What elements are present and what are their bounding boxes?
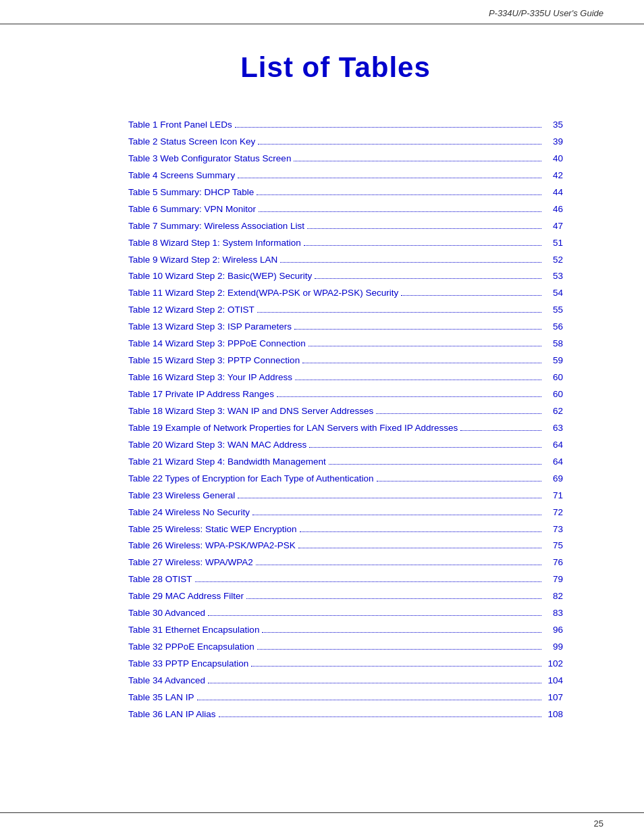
toc-dots xyxy=(302,363,541,363)
toc-item[interactable]: Table 30 Advanced83 xyxy=(128,606,563,621)
toc-item[interactable]: Table 32 PPPoE Encapsulation99 xyxy=(128,640,563,655)
toc-item[interactable]: Table 19 Example of Network Properties f… xyxy=(128,421,563,436)
toc-label[interactable]: Table 36 LAN IP Alias xyxy=(128,707,216,723)
toc-dots xyxy=(257,194,541,195)
toc-page: 55 xyxy=(544,303,563,318)
toc-item[interactable]: Table 20 Wizard Step 3: WAN MAC Address6… xyxy=(128,438,563,453)
toc-label[interactable]: Table 17 Private IP Address Ranges xyxy=(128,387,274,402)
toc-dots xyxy=(238,498,541,498)
toc-item[interactable]: Table 4 Screens Summary42 xyxy=(128,168,563,184)
toc-label[interactable]: Table 35 LAN IP xyxy=(128,690,194,706)
toc-dots xyxy=(208,615,541,616)
toc-item[interactable]: Table 2 Status Screen Icon Key39 xyxy=(128,134,563,150)
toc-page: 59 xyxy=(544,353,563,369)
toc-item[interactable]: Table 8 Wizard Step 1: System Informatio… xyxy=(128,236,563,251)
toc-page: 52 xyxy=(544,253,563,268)
toc-label[interactable]: Table 21 Wizard Step 4: Bandwidth Manage… xyxy=(128,454,326,470)
toc-item[interactable]: Table 11 Wizard Step 2: Extend(WPA-PSK o… xyxy=(128,286,563,301)
toc-item[interactable]: Table 31 Ethernet Encapsulation96 xyxy=(128,623,563,638)
toc-page: 64 xyxy=(544,438,563,453)
toc-item[interactable]: Table 7 Summary: Wireless Association Li… xyxy=(128,219,563,234)
toc-item[interactable]: Table 27 Wireless: WPA/WPA276 xyxy=(128,555,563,571)
toc-item[interactable]: Table 1 Front Panel LEDs35 xyxy=(128,118,563,133)
toc-label[interactable]: Table 20 Wizard Step 3: WAN MAC Address xyxy=(128,438,306,453)
toc-page: 107 xyxy=(544,690,563,706)
toc-item[interactable]: Table 29 MAC Address Filter82 xyxy=(128,589,563,604)
toc-item[interactable]: Table 34 Advanced104 xyxy=(128,673,563,689)
toc-item[interactable]: Table 3 Web Configurator Status Screen40 xyxy=(128,151,563,167)
toc-label[interactable]: Table 7 Summary: Wireless Association Li… xyxy=(128,219,304,234)
toc-item[interactable]: Table 28 OTIST79 xyxy=(128,572,563,588)
toc-item[interactable]: Table 24 Wireless No Security72 xyxy=(128,505,563,521)
toc-item[interactable]: Table 17 Private IP Address Ranges60 xyxy=(128,387,563,402)
toc-page: 72 xyxy=(544,505,563,521)
toc-page: 108 xyxy=(544,707,563,723)
toc-dots xyxy=(460,430,541,431)
toc-dots xyxy=(307,228,541,229)
toc-item[interactable]: Table 26 Wireless: WPA-PSK/WPA2-PSK75 xyxy=(128,538,563,554)
toc-label[interactable]: Table 1 Front Panel LEDs xyxy=(128,118,232,133)
toc-item[interactable]: Table 12 Wizard Step 2: OTIST55 xyxy=(128,303,563,318)
toc-label[interactable]: Table 14 Wizard Step 3: PPPoE Connection xyxy=(128,336,306,352)
toc-label[interactable]: Table 3 Web Configurator Status Screen xyxy=(128,151,291,167)
toc-item[interactable]: Table 9 Wizard Step 2: Wireless LAN52 xyxy=(128,253,563,268)
toc-page: 39 xyxy=(544,134,563,150)
header-title: P-334U/P-335U User's Guide xyxy=(489,8,603,18)
toc-label[interactable]: Table 33 PPTP Encapsulation xyxy=(128,656,248,672)
toc-label[interactable]: Table 4 Screens Summary xyxy=(128,168,235,184)
toc-label[interactable]: Table 31 Ethernet Encapsulation xyxy=(128,623,259,638)
toc-label[interactable]: Table 30 Advanced xyxy=(128,606,205,621)
toc-item[interactable]: Table 18 Wizard Step 3: WAN IP and DNS S… xyxy=(128,404,563,419)
toc-item[interactable]: Table 6 Summary: VPN Monitor46 xyxy=(128,202,563,217)
toc-item[interactable]: Table 14 Wizard Step 3: PPPoE Connection… xyxy=(128,336,563,352)
toc-dots xyxy=(280,262,541,263)
toc-page: 64 xyxy=(544,454,563,470)
toc-label[interactable]: Table 2 Status Screen Icon Key xyxy=(128,134,255,150)
toc-label[interactable]: Table 5 Summary: DHCP Table xyxy=(128,185,254,201)
toc-label[interactable]: Table 18 Wizard Step 3: WAN IP and DNS S… xyxy=(128,404,373,419)
toc-label[interactable]: Table 12 Wizard Step 2: OTIST xyxy=(128,303,254,318)
toc-label[interactable]: Table 13 Wizard Step 3: ISP Parameters xyxy=(128,319,292,335)
toc-label[interactable]: Table 6 Summary: VPN Monitor xyxy=(128,202,256,217)
toc-label[interactable]: Table 34 Advanced xyxy=(128,673,205,689)
toc-dots xyxy=(315,278,541,279)
page-container: P-334U/P-335U User's Guide List of Table… xyxy=(0,0,644,834)
toc-item[interactable]: Table 23 Wireless General71 xyxy=(128,488,563,504)
toc-label[interactable]: Table 26 Wireless: WPA-PSK/WPA2-PSK xyxy=(128,538,296,554)
toc-item[interactable]: Table 22 Types of Encryption for Each Ty… xyxy=(128,471,563,487)
toc-item[interactable]: Table 25 Wireless: Static WEP Encryption… xyxy=(128,522,563,538)
toc-label[interactable]: Table 32 PPPoE Encapsulation xyxy=(128,640,254,655)
toc-dots xyxy=(377,481,542,481)
toc-page: 79 xyxy=(544,572,563,588)
toc-label[interactable]: Table 29 MAC Address Filter xyxy=(128,589,244,604)
toc-item[interactable]: Table 33 PPTP Encapsulation102 xyxy=(128,656,563,672)
toc-dots xyxy=(300,531,541,532)
toc-label[interactable]: Table 27 Wireless: WPA/WPA2 xyxy=(128,555,253,571)
toc-page: 53 xyxy=(544,269,563,284)
toc-label[interactable]: Table 25 Wireless: Static WEP Encryption xyxy=(128,522,297,538)
toc-item[interactable]: Table 13 Wizard Step 3: ISP Parameters56 xyxy=(128,319,563,335)
toc-item[interactable]: Table 5 Summary: DHCP Table44 xyxy=(128,185,563,201)
toc-item[interactable]: Table 15 Wizard Step 3: PPTP Connection5… xyxy=(128,353,563,369)
toc-label[interactable]: Table 15 Wizard Step 3: PPTP Connection xyxy=(128,353,300,369)
toc-label[interactable]: Table 24 Wireless No Security xyxy=(128,505,250,521)
toc-item[interactable]: Table 10 Wizard Step 2: Basic(WEP) Secur… xyxy=(128,269,563,284)
toc-dots xyxy=(309,447,541,448)
toc-label[interactable]: Table 11 Wizard Step 2: Extend(WPA-PSK o… xyxy=(128,286,398,301)
toc-label[interactable]: Table 8 Wizard Step 1: System Informatio… xyxy=(128,236,301,251)
toc-label[interactable]: Table 9 Wizard Step 2: Wireless LAN xyxy=(128,253,277,268)
toc-dots xyxy=(258,144,541,145)
toc-label[interactable]: Table 22 Types of Encryption for Each Ty… xyxy=(128,471,374,487)
toc-item[interactable]: Table 35 LAN IP107 xyxy=(128,690,563,706)
toc-label[interactable]: Table 28 OTIST xyxy=(128,572,192,588)
toc-item[interactable]: Table 36 LAN IP Alias108 xyxy=(128,707,563,723)
toc-item[interactable]: Table 16 Wizard Step 3: Your IP Address6… xyxy=(128,370,563,386)
toc-dots xyxy=(298,548,541,548)
toc-label[interactable]: Table 23 Wireless General xyxy=(128,488,235,504)
toc-label[interactable]: Table 19 Example of Network Properties f… xyxy=(128,421,458,436)
toc-dots xyxy=(329,464,541,465)
toc-page: 46 xyxy=(544,202,563,217)
toc-label[interactable]: Table 16 Wizard Step 3: Your IP Address xyxy=(128,370,292,386)
toc-item[interactable]: Table 21 Wizard Step 4: Bandwidth Manage… xyxy=(128,454,563,470)
toc-label[interactable]: Table 10 Wizard Step 2: Basic(WEP) Secur… xyxy=(128,269,312,284)
